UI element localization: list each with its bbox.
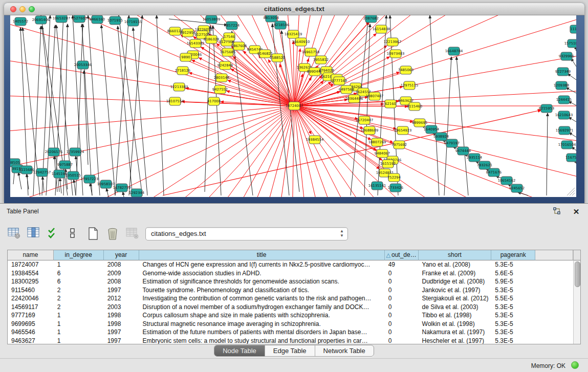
graph-node-yellow[interactable]: 7485063 [398, 66, 413, 74]
graph-node-yellow[interactable]: 17546 [224, 33, 235, 41]
graph-node-yellow[interactable]: 62160 [385, 100, 396, 108]
graph-node-yellow[interactable]: 12213383 [170, 83, 188, 91]
clear-selection-icon[interactable] [66, 226, 80, 240]
graph-node-teal[interactable]: 20206576 [45, 148, 63, 156]
column-header-in_degree[interactable]: in_degree [54, 250, 104, 260]
graph-node-yellow[interactable]: 16543382 [187, 39, 205, 48]
graph-node-yellow[interactable]: 12975115 [401, 81, 419, 90]
node-table-header[interactable]: namein_degreeyeartitle△out_de…shortpager… [8, 250, 573, 260]
graph-node-yellow[interactable]: 417008 [207, 97, 221, 105]
graph-node-teal[interactable]: 9474444 [455, 147, 471, 155]
graph-node-yellow[interactable]: 8186328 [204, 35, 219, 43]
graph-node-yellow[interactable]: 12213967 [384, 38, 402, 46]
graph-node-teal[interactable]: 10719155 [124, 18, 142, 26]
graph-node-yellow[interactable]: 9777169 [332, 77, 347, 85]
scrollbar-thumb[interactable] [575, 261, 580, 287]
column-header-title[interactable]: title [139, 250, 385, 260]
graph-node-yellow[interactable]: 18325419 [285, 30, 302, 38]
graph-node-teal[interactable]: 1071915 [107, 16, 123, 25]
network-view-canvas[interactable]: 1405572206914061065328715276028466160107… [10, 15, 576, 197]
tab-network-table[interactable]: Network Table [315, 345, 374, 356]
graph-node-teal[interactable]: 20053346 [74, 61, 92, 69]
table-row[interactable]: 946362711997Embryonic stem cells: a mode… [8, 337, 573, 344]
graph-node-yellow[interactable]: 9115460 [407, 102, 422, 111]
graph-node-teal[interactable]: 9329966 [559, 52, 574, 60]
select-all-icon[interactable] [47, 226, 61, 240]
graph-node-teal[interactable]: 9245652 [509, 184, 525, 192]
new-table-icon[interactable] [86, 226, 100, 240]
graph-node-teal[interactable]: 15751074 [564, 39, 576, 48]
graph-node-yellow[interactable]: 9427552 [212, 85, 228, 94]
table-row[interactable]: 946554611997Estimation of the future num… [8, 328, 573, 337]
graph-node-yellow[interactable]: 16640910 [292, 38, 310, 46]
delete-entries-icon[interactable] [105, 226, 120, 240]
table-select-dropdown[interactable]: citations_edges.txt ▲▼ [145, 227, 348, 240]
graph-node-yellow[interactable]: 9899695 [412, 119, 427, 127]
graph-node-yellow[interactable]: 2803144 [214, 74, 229, 82]
graph-node-teal[interactable]: 2087682 [363, 15, 379, 23]
graph-node-yellow[interactable]: 9242844 [217, 61, 233, 70]
column-header-pagerank[interactable]: pagerank [491, 250, 535, 260]
graph-node-teal[interactable]: 2935114 [467, 154, 482, 162]
graph-node-yellow[interactable]: 8912954 [180, 29, 195, 37]
graph-node-teal[interactable]: 10958107 [97, 180, 115, 188]
column-header-name[interactable]: name [8, 250, 54, 260]
graph-node-yellow[interactable]: 9890 [180, 53, 191, 61]
graph-node-teal[interactable]: 8215953 [539, 104, 554, 113]
graph-node-teal[interactable]: 8466160 [90, 15, 105, 24]
graph-node-yellow[interactable]: 2718126 [175, 67, 190, 75]
table-row[interactable]: 1872400712008Changes of HCN gene express… [8, 260, 573, 269]
graph-node-teal[interactable]: 9227349 [555, 68, 571, 76]
graph-node-teal[interactable]: 1115686 [19, 166, 34, 174]
graph-node-teal[interactable]: 1405572 [13, 17, 28, 26]
column-header-_filler[interactable] [535, 250, 573, 260]
graph-node-yellow[interactable]: 752294 [387, 173, 401, 182]
graph-node-teal[interactable]: 12942757 [33, 168, 51, 177]
close-icon[interactable]: ✕ [572, 207, 581, 216]
table-row[interactable]: 977716911998Corpus callosum shape and si… [8, 311, 573, 320]
graph-node-yellow[interactable]: 7975692 [391, 141, 407, 149]
tab-edge-table[interactable]: Edge Table [265, 345, 315, 356]
float-icon[interactable] [552, 207, 561, 216]
graph-node-yellow[interactable]: 7955812 [313, 56, 329, 64]
graph-node-yellow[interactable]: 16154838 [373, 25, 390, 33]
graph-node-teal[interactable]: 17016504 [558, 141, 576, 149]
graph-node-teal[interactable]: 8471676 [486, 168, 502, 177]
table-settings-icon[interactable] [7, 226, 21, 240]
tab-node-table[interactable]: Node Table [214, 345, 265, 356]
citation-network-graph[interactable]: 1405572206914061065328715276028466160107… [10, 15, 576, 197]
graph-node-yellow[interactable]: 1615192 [380, 160, 396, 168]
table-row[interactable]: 1830029562008Estimation of significance … [8, 277, 573, 286]
graph-node-teal[interactable]: 5938924 [433, 133, 449, 141]
table-row[interactable]: 2242004622012Investigating the contribut… [8, 294, 573, 303]
show-columns-icon[interactable] [27, 226, 41, 240]
graph-node-teal[interactable]: 1244415 [556, 96, 572, 104]
column-header-year[interactable]: year [104, 250, 139, 260]
canvas-resize-grip[interactable] [567, 188, 575, 195]
network-window-titlebar[interactable]: citations_edges.txt [4, 3, 584, 15]
graph-node-teal[interactable]: 1527602 [72, 15, 87, 23]
graph-node-teal[interactable]: 1292344 [129, 189, 144, 197]
graph-node-teal[interactable]: 16053809 [203, 15, 221, 24]
graph-node-teal[interactable]: 17359924 [67, 148, 84, 156]
graph-node-teal[interactable]: 20691406 [32, 16, 50, 24]
table-row[interactable]: 1456911722003Disruption of a novel membe… [8, 303, 573, 312]
graph-node-yellow[interactable]: 1588520 [270, 54, 285, 62]
graph-node-teal[interactable]: 1209388 [554, 81, 569, 90]
graph-node-teal[interactable]: 1145194 [52, 170, 67, 178]
table-row[interactable]: 969969511998Structural magnetic resonanc… [8, 320, 573, 329]
graph-node-teal[interactable]: 16648784 [445, 47, 463, 55]
graph-node-yellow[interactable]: 19654923 [394, 126, 412, 135]
graph-node-teal[interactable]: 6479197 [444, 139, 460, 147]
graph-node-yellow[interactable]: 1675685 [220, 48, 235, 56]
table-row[interactable]: 911546021997Tourette syndrome. Phenomeno… [8, 286, 573, 295]
graph-node-teal[interactable]: 1350515 [66, 171, 81, 180]
network-window[interactable]: citations_edges.txt 14055722069140610653… [4, 3, 584, 203]
column-header-out_degree[interactable]: △out_de… [385, 250, 419, 260]
graph-node-yellow[interactable]: 10973483 [387, 50, 405, 58]
graph-node-teal[interactable]: 7857224 [224, 21, 239, 30]
graph-node-teal[interactable]: 1733426 [388, 184, 403, 192]
column-header-short[interactable]: short [419, 250, 492, 260]
graph-node-teal[interactable]: 10653287 [53, 15, 71, 23]
graph-node-teal[interactable]: 11175 [570, 25, 576, 33]
